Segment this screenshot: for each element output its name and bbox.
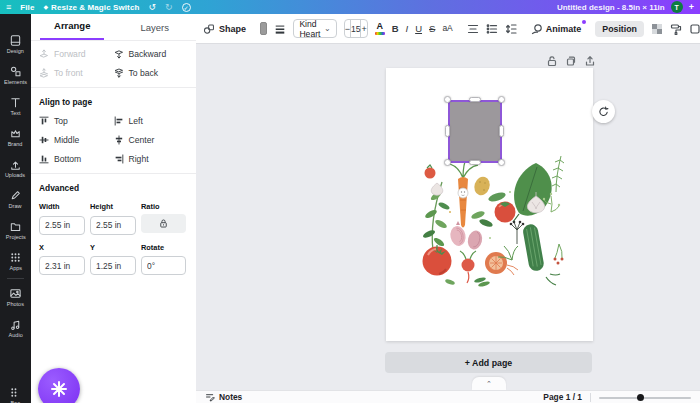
align-section-title: Align to page [39,97,188,107]
italic-button[interactable]: I [406,24,409,34]
align-buttons: Top Left Middle Center Bottom [39,116,188,164]
add-member-icon[interactable]: + [689,3,694,12]
sidebar-item-apps[interactable]: Apps [0,245,31,276]
hamburger-menu-icon[interactable]: ≡ [6,3,11,12]
share-page-icon[interactable] [584,55,596,67]
collapse-icon: ⌃ [486,380,492,388]
resize-handle-top-left[interactable] [444,96,451,103]
more-options-icon[interactable] [689,23,700,35]
fill-color-swatch[interactable] [260,22,267,35]
align-bottom-button[interactable]: Bottom [39,154,114,164]
copy-style-icon[interactable] [670,23,682,35]
font-size-value[interactable]: 15 [350,20,362,37]
cloud-saved-icon: ✓ [182,3,191,12]
animate-button[interactable]: Animate [531,23,582,35]
sidebar-item-audio[interactable]: Audio [0,312,31,343]
canvas-area[interactable]: + Add page ⌃ [196,44,700,390]
spacing-icon[interactable] [505,23,517,35]
tab-layers[interactable]: Layers [114,14,197,40]
vegetables-image[interactable] [420,152,568,292]
align-top-icon [39,116,49,126]
sidebar-item-design[interactable]: Design [0,28,31,59]
design-icon [9,34,22,47]
underline-button[interactable]: U [415,24,422,34]
tab-arrange[interactable]: Arrange [31,14,114,40]
y-input[interactable] [90,256,136,275]
text-color-button[interactable]: A [375,22,385,35]
forward-button[interactable]: Forward [39,49,114,59]
to-front-button[interactable]: To front [39,68,114,78]
statusbar-right: Page 1 / 1 [543,392,691,402]
to-back-icon [114,68,124,78]
height-input[interactable] [90,216,136,235]
design-title[interactable]: Untitled design - 8.5in × 11in [557,3,665,12]
resize-handle-right[interactable] [499,125,504,137]
duplicate-page-icon[interactable] [565,55,577,67]
border-style-icon[interactable] [274,23,286,35]
width-input[interactable] [39,216,85,235]
add-page-button[interactable]: + Add page [385,352,592,373]
resize-handle-left[interactable] [445,125,450,137]
file-menu[interactable]: File [20,3,34,12]
redo-icon[interactable]: ↻ [165,3,173,12]
sidebar-item-photos[interactable]: Photos [0,281,31,312]
statusbar-divider [590,393,591,402]
letter-case-button[interactable]: aA [442,24,452,33]
align-right-button[interactable]: Right [114,154,189,164]
lock-page-icon[interactable] [546,55,558,67]
sidebar-item-draw[interactable]: Draw [0,183,31,214]
resize-handle-bottom-right[interactable] [498,159,505,166]
magic-assistant-button[interactable] [38,368,80,403]
resize-handle-top[interactable] [469,97,481,102]
undo-icon[interactable]: ↺ [148,3,156,12]
animate-icon [531,23,543,35]
align-center-button[interactable]: Center [114,135,189,145]
backward-button[interactable]: Backward [114,49,189,59]
sidebar-item-elements[interactable]: Elements [0,59,31,90]
align-middle-button[interactable]: Middle [39,135,114,145]
avatar[interactable]: T [671,1,683,13]
x-input[interactable] [39,256,85,275]
position-fields-row: X Y Rotate [39,243,188,276]
transparency-icon[interactable] [651,23,663,35]
strikethrough-button[interactable]: S [429,24,435,34]
sidebar-item-bac[interactable]: Bac [0,380,31,403]
rotate-input[interactable] [141,256,186,275]
editor-toolbar: Shape Kind Heart ⌄ − 15 + A B I U S aA [196,14,700,44]
notes-button[interactable]: Notes [205,392,242,402]
height-label: Height [90,202,136,211]
arrange-panel: Arrange Layers Forward Backward To front [31,14,196,403]
text-align-icon[interactable] [467,23,479,35]
font-family-select[interactable]: Kind Heart ⌄ [293,19,336,38]
grid-icon [9,386,22,399]
bold-button[interactable]: B [392,24,399,34]
position-button[interactable]: Position [595,21,644,37]
resize-handle-bottom-left[interactable] [444,159,451,166]
collapse-toolbar-tab[interactable]: ⌃ [472,377,506,390]
font-size-increase-button[interactable]: + [361,20,366,37]
sidebar-item-projects[interactable]: Projects [0,214,31,245]
zoom-slider[interactable] [599,393,691,402]
order-buttons: Forward Backward To front To back [39,49,188,78]
sidebar-item-uploads[interactable]: Uploads [0,152,31,183]
zoom-slider-knob[interactable] [637,394,644,401]
page-indicator[interactable]: Page 1 / 1 [543,392,582,402]
list-icon[interactable] [486,23,498,35]
align-left-button[interactable]: Left [114,116,189,126]
resize-handle-bottom[interactable] [469,160,481,165]
zoom-slider-track[interactable] [599,397,691,399]
sidebar-item-brand[interactable]: Brand [0,121,31,152]
align-top-button[interactable]: Top [39,116,114,126]
brand-icon [9,127,22,140]
resize-magic-switch-button[interactable]: ◆ Resize & Magic Switch [43,3,139,12]
to-back-button[interactable]: To back [114,68,189,78]
rotate-button[interactable] [592,100,615,123]
resize-handle-top-right[interactable] [498,96,505,103]
width-label: Width [39,202,85,211]
align-right-icon [114,154,124,164]
selected-shape[interactable] [448,100,502,163]
sidebar-item-text[interactable]: Text [0,90,31,121]
rotate-label: Rotate [141,243,186,252]
shape-icon[interactable] [203,23,215,35]
ratio-lock-button[interactable] [141,214,186,233]
